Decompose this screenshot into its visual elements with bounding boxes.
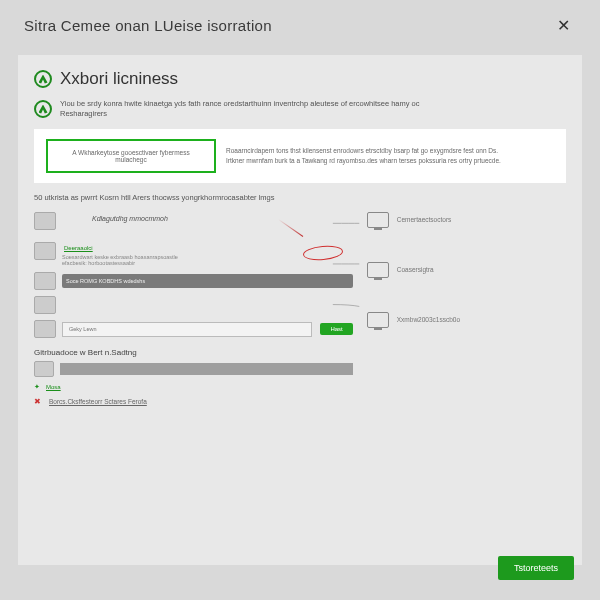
- monitor-label: Coasersigtra: [397, 266, 434, 273]
- action-button[interactable]: Hast: [320, 323, 352, 335]
- link[interactable]: Deeraaolci: [64, 245, 93, 251]
- error-icon: ✖: [34, 397, 41, 406]
- subsection-title: Gitrbuadoce w Bert n.Sadtng: [34, 348, 353, 357]
- device-icon: [34, 296, 56, 314]
- dialog-content: Xxbori licniness Yiou be srdy konra hwit…: [18, 55, 582, 565]
- callout-line: Irtkner mwrnfam burk ta a Tawkang rd ray…: [226, 156, 554, 165]
- callout-highlight: A Wkharkeytose gooesctivaer fybermess mu…: [46, 139, 216, 173]
- device-icon: [34, 212, 56, 230]
- progress-bar: [60, 363, 353, 375]
- monitor-label: Xxmbw2003c1sscb0o: [397, 316, 460, 323]
- diagram-area: Kdlagutdhg mmocmmoh Deeraaolci Soesardwa…: [34, 212, 566, 411]
- primary-button[interactable]: Tstoreteets: [498, 556, 574, 580]
- info-text: Resharagirers: [60, 109, 420, 119]
- monitor-icon: [367, 312, 389, 328]
- device-icon: [34, 320, 56, 338]
- row-desc: Soesardwart keske exbraasb hoasanrapsoas…: [62, 254, 353, 261]
- row-desc: efacbesik: horbootastessaabir: [62, 260, 353, 266]
- star-icon: ✦: [34, 383, 40, 391]
- info-text: Yiou be srdy konra hwite kinaetga yds fa…: [60, 99, 420, 109]
- device-icon: [34, 361, 54, 377]
- xbox-icon: [34, 100, 52, 118]
- kb-label: Kdlagutdhg mmocmmoh: [92, 215, 353, 222]
- callout-box: A Wkharkeytose gooesctivaer fybermess mu…: [34, 129, 566, 183]
- diagram-right: Cemertaectsoctors Coasersigtra Xxmbw2003…: [367, 212, 566, 411]
- monitor-icon: [367, 262, 389, 278]
- callout-line: Roaarncirdapern tons thst kilensenst enr…: [226, 146, 554, 155]
- dialog-title: Sitra Cemee onan LUeise isorration: [24, 17, 272, 34]
- monitor-label: Cemertaectsoctors: [397, 216, 452, 223]
- close-button[interactable]: ✕: [551, 14, 576, 37]
- link[interactable]: Mosa: [46, 384, 61, 390]
- section-title: Xxbori licniness: [60, 69, 178, 89]
- callout-body: Roaarncirdapern tons thst kilensenst enr…: [226, 146, 554, 164]
- selected-bar[interactable]: Soce ROMG KOBDHS wdedshs: [62, 274, 353, 288]
- note-box: Geky Lewn: [62, 322, 312, 337]
- xbox-icon: [34, 70, 52, 88]
- link[interactable]: Borcs.Cksffesteorr Sctares Ferofa: [49, 398, 147, 405]
- device-icon: [34, 272, 56, 290]
- diagram-left: Kdlagutdhg mmocmmoh Deeraaolci Soesardwa…: [34, 212, 353, 411]
- intro-text: 50 utkrista as pwrrt Kosrn htll Arers th…: [34, 193, 566, 202]
- device-icon: [34, 242, 56, 260]
- monitor-icon: [367, 212, 389, 228]
